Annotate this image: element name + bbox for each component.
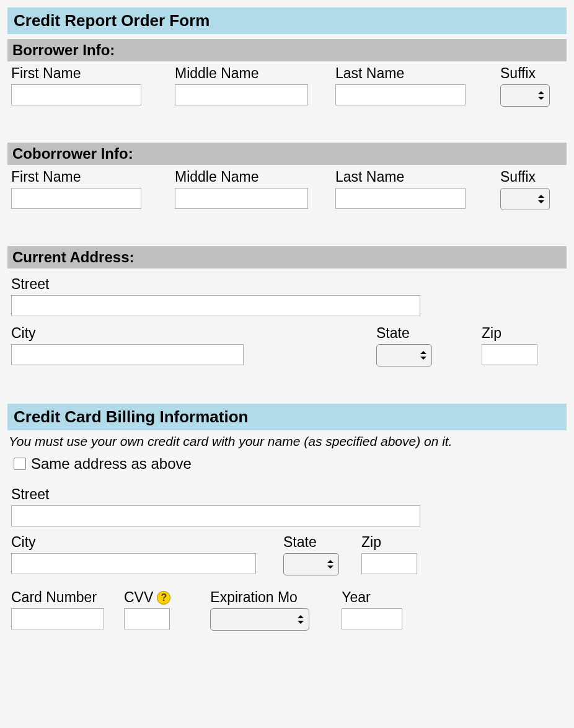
cvv-label: CVV <box>124 589 153 606</box>
billing-street-input[interactable] <box>11 505 420 526</box>
address-street-input[interactable] <box>11 295 420 316</box>
address-state-label: State <box>376 325 432 342</box>
billing-state-label: State <box>283 534 339 551</box>
address-city-label: City <box>11 325 244 342</box>
address-zip-label: Zip <box>482 325 537 342</box>
coborrower-suffix-select[interactable] <box>500 188 550 210</box>
card-number-input[interactable] <box>11 608 104 629</box>
coborrower-first-name-label: First Name <box>11 169 141 185</box>
borrower-row: First Name Middle Name Last Name Suffix <box>7 65 567 107</box>
exp-year-input[interactable] <box>342 608 402 629</box>
billing-zip-input[interactable] <box>361 553 417 574</box>
coborrower-last-name-input[interactable] <box>335 188 466 209</box>
address-street-label: Street <box>11 276 420 293</box>
borrower-suffix-label: Suffix <box>500 65 550 82</box>
same-address-checkbox[interactable] <box>14 458 26 470</box>
borrower-heading: Borrower Info: <box>7 39 567 61</box>
billing-city-input[interactable] <box>11 553 256 574</box>
exp-year-label: Year <box>342 589 402 606</box>
address-state-select[interactable] <box>376 344 432 366</box>
borrower-suffix-select[interactable] <box>500 84 550 107</box>
borrower-middle-name-input[interactable] <box>175 84 308 105</box>
billing-note: You must use your own credit card with y… <box>7 430 567 453</box>
billing-street-label: Street <box>11 486 420 503</box>
coborrower-middle-name-label: Middle Name <box>175 169 308 185</box>
same-address-label: Same address as above <box>31 455 192 473</box>
coborrower-last-name-label: Last Name <box>335 169 466 185</box>
exp-month-label: Expiration Mo <box>210 589 309 606</box>
page-title: Credit Report Order Form <box>7 7 567 34</box>
address-zip-input[interactable] <box>482 344 537 365</box>
coborrower-row: First Name Middle Name Last Name Suffix <box>7 169 567 210</box>
coborrower-suffix-label: Suffix <box>500 169 550 185</box>
coborrower-heading: Coborrower Info: <box>7 143 567 165</box>
borrower-first-name-label: First Name <box>11 65 141 82</box>
billing-heading: Credit Card Billing Information <box>7 404 567 430</box>
billing-state-select[interactable] <box>283 553 339 575</box>
card-number-label: Card Number <box>11 589 104 606</box>
address-heading: Current Address: <box>7 246 567 269</box>
billing-city-label: City <box>11 534 256 551</box>
borrower-last-name-label: Last Name <box>335 65 466 82</box>
help-icon[interactable]: ? <box>157 591 170 605</box>
exp-month-select[interactable] <box>210 608 309 631</box>
coborrower-middle-name-input[interactable] <box>175 188 308 209</box>
billing-zip-label: Zip <box>361 534 417 551</box>
borrower-first-name-input[interactable] <box>11 84 141 105</box>
borrower-last-name-input[interactable] <box>335 84 466 105</box>
address-city-input[interactable] <box>11 344 244 365</box>
borrower-middle-name-label: Middle Name <box>175 65 308 82</box>
cvv-input[interactable] <box>124 608 170 629</box>
coborrower-first-name-input[interactable] <box>11 188 141 209</box>
